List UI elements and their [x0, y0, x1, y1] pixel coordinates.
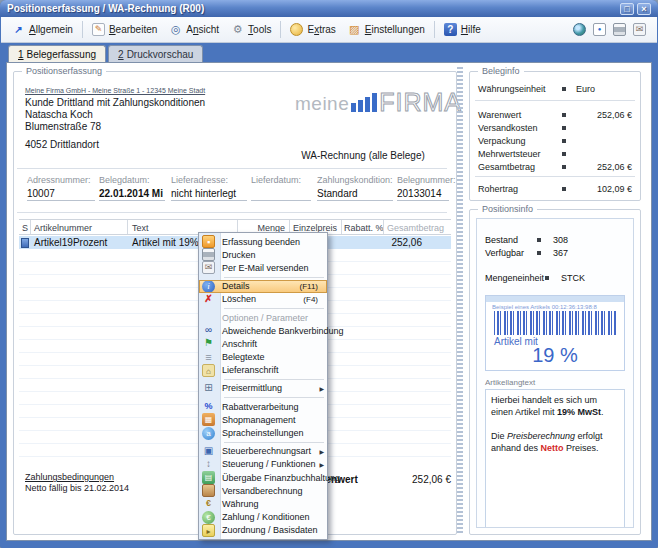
- tab-druckvorschau[interactable]: 2Druckvorschau: [108, 45, 203, 62]
- bullet-square-icon: [537, 251, 541, 255]
- longtext-label: Artikellangtext: [485, 378, 625, 387]
- column-separator: [127, 220, 128, 234]
- menu-label: Bearbeiten: [109, 24, 157, 35]
- logo-bars-icon: [351, 93, 377, 112]
- cm-item-zuordnung-basisdaten[interactable]: Zuordnung / Basisdaten: [199, 524, 327, 537]
- positionsinfo-group: Positionsinfo Bestand308 Verfügbar367 Me…: [469, 209, 641, 535]
- payment-terms: Netto fällig bis 21.02.2014: [25, 483, 129, 493]
- cm-item-uebergabe-finanzbuchhaltung[interactable]: Übergabe Finanzbuchhaltung: [199, 471, 327, 484]
- longtext-paragraph: Hierbei handelt es sich um einen Artikel…: [491, 394, 619, 418]
- cm-item-belegtexte[interactable]: Belegtexte: [199, 351, 327, 364]
- longtext-box: Hierbei handelt es sich um einen Artikel…: [485, 389, 625, 528]
- control-icon: [202, 458, 215, 471]
- column-separator: [383, 220, 384, 234]
- window-title: Positionserfassung / WA-Rechnung (R00): [7, 3, 204, 14]
- field-zahlungskondition[interactable]: Zahlungskondition: Standard: [317, 175, 393, 201]
- barcode-icon: [494, 311, 616, 335]
- cm-item-drucken[interactable]: Drucken: [199, 248, 327, 261]
- cm-item-lieferanschrift[interactable]: Lieferanschrift: [199, 364, 327, 377]
- cm-item-shopmanagement[interactable]: Shopmanagement: [199, 413, 327, 426]
- delivery-icon: [202, 364, 215, 377]
- cm-item-rabattverarbeitung[interactable]: Rabattverarbeitung: [199, 400, 327, 413]
- printer-icon[interactable]: [613, 23, 626, 36]
- menubar-separator: [434, 21, 435, 38]
- field-belegdatum[interactable]: Belegdatum: 22.01.2014 Mi: [99, 175, 165, 201]
- help-icon: [444, 23, 457, 36]
- mail-icon[interactable]: [633, 23, 646, 36]
- menu-hilfe[interactable]: Hilfe: [438, 20, 487, 39]
- cm-item-versandberechnung[interactable]: Versandberechnung: [199, 484, 327, 497]
- longtext-paragraph: Die Preisberechnung erfolgt anhand des N…: [491, 430, 619, 454]
- menu-ansicht[interactable]: Ansicht: [163, 20, 225, 39]
- document-icon[interactable]: [593, 23, 606, 36]
- field-belegnummer[interactable]: Belegnummer: 20133014: [397, 175, 449, 201]
- beleginfo-group: Beleginfo WährungseinheitEuro Warenwert2…: [469, 71, 641, 201]
- edit-icon: [92, 23, 105, 36]
- info-row: WährungseinheitEuro: [478, 84, 632, 94]
- cm-item-loeschen[interactable]: Löschen(F4): [199, 293, 327, 306]
- cm-item-email-versenden[interactable]: Per E-Mail versenden: [199, 261, 327, 274]
- bullet-square-icon: [562, 139, 566, 143]
- positionsinfo-panel: Bestand308 Verfügbar367 MengeneinheitSTC…: [476, 218, 634, 528]
- field-lieferadresse[interactable]: Lieferadresse: nicht hinterlegt: [171, 175, 247, 201]
- gear-icon: [231, 23, 244, 36]
- menu-bearbeiten[interactable]: Bearbeiten: [86, 20, 163, 39]
- menu-extras[interactable]: Extras: [284, 20, 341, 39]
- stop-icon: [202, 235, 215, 248]
- restore-icon[interactable]: [620, 3, 634, 15]
- payment-icon: [202, 511, 215, 524]
- cm-item-steuerberechnungsart[interactable]: Steuerberechnungsart: [199, 445, 327, 458]
- cell-gesamtbetrag[interactable]: 252,06: [380, 237, 422, 248]
- menu-tools[interactable]: Tools: [225, 20, 277, 39]
- currency-icon: [202, 497, 215, 510]
- cm-item-anschrift[interactable]: Anschrift: [199, 337, 327, 350]
- tab-belegerfassung[interactable]: 1Belegerfassung: [8, 45, 106, 62]
- payment-terms-link[interactable]: Zahlungsbedingungen: [25, 472, 114, 482]
- settings-icon: [348, 23, 361, 36]
- cm-item-optionen-parameter: Optionen / Parameter: [199, 311, 327, 324]
- context-menu: Erfassung beenden Drucken Per E-Mail ver…: [198, 232, 328, 540]
- bank-icon: [202, 324, 215, 337]
- close-icon[interactable]: [637, 3, 651, 15]
- cm-item-waehrung[interactable]: Währung: [199, 497, 327, 510]
- menu-label: Hilfe: [461, 24, 481, 35]
- calculator-icon: [202, 382, 215, 395]
- tax-icon: [202, 445, 215, 458]
- cm-item-preisermittlung[interactable]: Preisermittlung: [199, 382, 327, 395]
- field-lieferdatum[interactable]: Lieferdatum:: [251, 175, 311, 201]
- cm-item-details[interactable]: Details(F11): [199, 280, 327, 293]
- column-header[interactable]: Artikelnummer: [34, 223, 92, 233]
- menu-einstellungen[interactable]: Einstellungen: [342, 20, 431, 39]
- column-header[interactable]: Rabatt. %: [344, 223, 384, 233]
- column-header[interactable]: Text: [132, 223, 149, 233]
- menu-allgemein[interactable]: Allgemein: [6, 20, 79, 39]
- info-row: Versandkosten: [478, 123, 632, 133]
- cm-item-erfassung-beenden[interactable]: Erfassung beenden: [199, 235, 327, 248]
- flag-icon: [202, 337, 215, 350]
- divider: [17, 168, 447, 169]
- group-title: Positionserfassung: [22, 66, 106, 76]
- table-top-line: [19, 219, 451, 220]
- percent-icon: [202, 400, 215, 413]
- globe-icon[interactable]: [573, 23, 586, 36]
- assign-icon: [202, 524, 215, 537]
- bullet-square-icon: [562, 113, 566, 117]
- menu-label: Allgemein: [29, 24, 73, 35]
- cm-item-steuerung-funktionen[interactable]: Steuerung / Funktionen: [199, 458, 327, 471]
- cm-item-zahlung-konditionen[interactable]: Zahlung / Konditionen: [199, 511, 327, 524]
- panel-splitter[interactable]: [457, 67, 463, 535]
- cm-item-spracheinstellungen[interactable]: Spracheinstellungen: [199, 426, 327, 439]
- menu-label: Ansicht: [186, 24, 219, 35]
- cm-item-bankverbindung[interactable]: Abweichende Bankverbindung: [199, 324, 327, 337]
- app-window: Positionserfassung / WA-Rechnung (R00) A…: [0, 0, 658, 548]
- info-row: MengeneinheitSTCK: [485, 273, 625, 283]
- menu-separator: [224, 308, 324, 309]
- field-adressnummer[interactable]: Adressnummer: 10007: [27, 175, 95, 201]
- column-header[interactable]: S: [22, 223, 28, 233]
- info-row: Verpackung: [478, 136, 632, 146]
- delete-icon: [202, 293, 215, 306]
- blank-icon: [202, 311, 215, 324]
- address-line: Natascha Koch: [25, 109, 93, 120]
- cell-artikelnummer[interactable]: Artikel19Prozent: [34, 237, 107, 248]
- column-header[interactable]: Gesamtbetrag: [387, 223, 444, 233]
